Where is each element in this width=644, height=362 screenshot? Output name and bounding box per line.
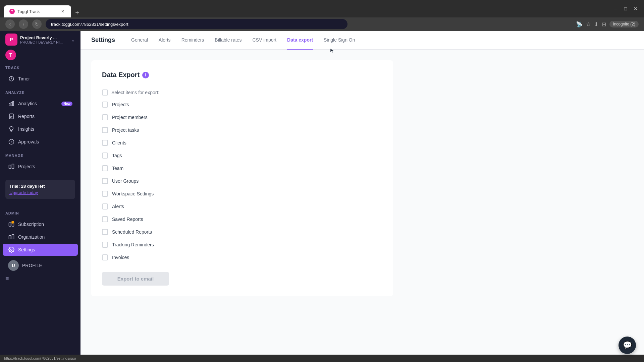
export-item-project-members: Project members <box>102 111 382 124</box>
sidebar-item-profile[interactable]: U PROFILE <box>3 257 78 274</box>
label-tracking-reminders[interactable]: Tracking Reminders <box>112 242 154 247</box>
checkbox-user-groups[interactable] <box>102 178 108 184</box>
label-workspace-settings[interactable]: Workspace Settings <box>112 191 154 196</box>
export-button[interactable]: Export to email <box>102 272 169 286</box>
sidebar-item-subscription[interactable]: Subscription <box>3 218 78 230</box>
sidebar-item-settings[interactable]: Settings <box>3 244 78 256</box>
workspace-chevron-icon[interactable]: ⌄ <box>71 37 75 43</box>
tab-title: Toggl Track <box>17 9 40 14</box>
restore-button[interactable]: □ <box>621 4 630 13</box>
info-icon[interactable]: i <box>142 72 149 78</box>
tab-reminders[interactable]: Reminders <box>181 31 204 50</box>
label-user-groups[interactable]: User Groups <box>112 178 139 184</box>
select-header-label: Select items for export: <box>111 90 159 95</box>
sidebar: P Project Beverly ... PROJECT BEVERLY HI… <box>0 31 80 355</box>
label-invoices[interactable]: Invoices <box>112 255 129 260</box>
label-saved-reports[interactable]: Saved Reports <box>112 217 143 222</box>
checkbox-projects[interactable] <box>102 102 108 108</box>
analytics-icon <box>8 100 15 107</box>
select-all-checkbox[interactable] <box>102 89 108 96</box>
tab-data-export[interactable]: Data export <box>287 31 313 50</box>
sidebar-item-projects[interactable]: Projects <box>3 161 78 173</box>
download-icon[interactable]: ⬇ <box>594 21 598 27</box>
close-button[interactable]: ✕ <box>631 4 640 13</box>
label-project-tasks[interactable]: Project tasks <box>112 127 139 133</box>
sidebar-item-organization[interactable]: Organization <box>3 231 78 243</box>
svg-rect-12 <box>9 223 11 227</box>
approvals-label: Approvals <box>18 139 72 144</box>
export-item-scheduled-reports: Scheduled Reports <box>102 226 382 238</box>
reload-button[interactable]: ↻ <box>32 19 42 29</box>
content-area: Data Export i Select items for export: P… <box>80 50 644 355</box>
star-icon[interactable]: ☆ <box>586 21 591 27</box>
export-item-clients: Clients <box>102 136 382 149</box>
checkbox-clients[interactable] <box>102 140 108 146</box>
label-project-members[interactable]: Project members <box>112 115 148 120</box>
label-scheduled-reports[interactable]: Scheduled Reports <box>112 229 152 235</box>
analytics-new-badge: New <box>61 102 72 106</box>
tab-favicon: T <box>9 9 15 14</box>
sidebar-admin-section: ADMIN <box>0 206 80 218</box>
subscription-label: Subscription <box>18 222 72 227</box>
sidebar-item-analytics[interactable]: Analytics New <box>3 98 78 110</box>
checkbox-project-members[interactable] <box>102 114 108 120</box>
label-team[interactable]: Team <box>112 166 123 171</box>
profile-avatar: U <box>8 260 19 271</box>
section-title-row: Data Export i <box>102 71 382 79</box>
organization-label: Organization <box>18 234 72 240</box>
svg-rect-11 <box>12 164 14 169</box>
sidebar-item-approvals[interactable]: Approvals <box>3 136 78 148</box>
back-button[interactable]: ‹ <box>5 19 15 29</box>
tab-csv-import[interactable]: CSV import <box>252 31 276 50</box>
section-title: Data Export <box>102 71 140 79</box>
svg-rect-1 <box>9 104 10 106</box>
label-alerts[interactable]: Alerts <box>112 204 124 209</box>
svg-point-16 <box>11 249 12 251</box>
collapse-icon[interactable]: ≡ <box>5 275 9 282</box>
upgrade-link[interactable]: Upgrade today <box>9 190 71 195</box>
label-clients[interactable]: Clients <box>112 140 126 145</box>
tab-close-button[interactable]: ✕ <box>60 8 66 14</box>
toggl-logo: T <box>5 50 16 60</box>
reports-icon <box>8 113 15 120</box>
checkbox-project-tasks[interactable] <box>102 127 108 133</box>
label-projects[interactable]: Projects <box>112 102 129 107</box>
split-screen-icon[interactable]: ⊟ <box>602 21 606 27</box>
new-tab-button[interactable]: + <box>72 8 82 17</box>
checkbox-workspace-settings[interactable] <box>102 191 108 197</box>
projects-icon <box>8 163 15 170</box>
active-tab[interactable]: T Toggl Track ✕ <box>4 5 71 17</box>
checkbox-invoices[interactable] <box>102 254 108 260</box>
export-item-tracking-reminders: Tracking Reminders <box>102 238 382 251</box>
sidebar-item-timer[interactable]: Timer <box>3 73 78 85</box>
tab-general[interactable]: General <box>131 31 148 50</box>
tab-single-sign-on[interactable]: Single Sign On <box>324 31 355 50</box>
checkbox-team[interactable] <box>102 165 108 171</box>
export-items-list: Select items for export: Projects Projec… <box>102 87 382 264</box>
status-url: https://track.toggl.com/7862831/settings… <box>4 356 76 360</box>
status-bar: https://track.toggl.com/7862831/settings… <box>0 355 644 362</box>
minimize-button[interactable]: ─ <box>611 4 620 13</box>
tab-bar: T Toggl Track ✕ + <box>4 0 608 17</box>
sidebar-item-reports[interactable]: Reports <box>3 110 78 122</box>
workspace-avatar: P <box>5 34 17 46</box>
checkbox-tracking-reminders[interactable] <box>102 242 108 248</box>
checkbox-tags[interactable] <box>102 153 108 159</box>
label-tags[interactable]: Tags <box>112 153 122 158</box>
export-item-invoices: Invoices <box>102 251 382 264</box>
sidebar-item-insights[interactable]: Insights <box>3 123 78 135</box>
chat-button[interactable]: 💬 <box>619 337 636 354</box>
export-item-project-tasks: Project tasks <box>102 124 382 136</box>
insights-label: Insights <box>18 126 72 132</box>
checkbox-alerts[interactable] <box>102 203 108 209</box>
svg-rect-2 <box>11 102 12 106</box>
data-export-panel: Data Export i Select items for export: P… <box>91 60 393 296</box>
address-input[interactable] <box>46 19 347 29</box>
forward-button[interactable]: › <box>19 19 28 29</box>
projects-label: Projects <box>18 164 72 169</box>
svg-rect-10 <box>9 165 11 169</box>
checkbox-scheduled-reports[interactable] <box>102 229 108 235</box>
checkbox-saved-reports[interactable] <box>102 216 108 222</box>
tab-billable-rates[interactable]: Billable rates <box>215 31 241 50</box>
tab-alerts[interactable]: Alerts <box>159 31 171 50</box>
